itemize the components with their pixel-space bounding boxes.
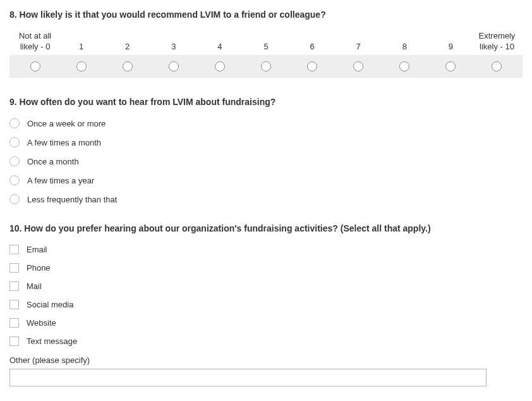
frequency-option-label: Once a month [27, 157, 79, 166]
frequency-option-label: Less frequently than that [27, 195, 117, 204]
nps-radio-6[interactable] [307, 61, 317, 71]
channel-checkbox-list: Email Phone Mail Social media Website Te… [9, 245, 523, 346]
frequency-radio-list: Once a week or more A few times a month … [9, 118, 523, 204]
nps-radio-5[interactable] [261, 61, 271, 71]
checkbox-icon [9, 245, 19, 254]
frequency-option-weekly[interactable]: Once a week or more [9, 118, 523, 128]
frequency-option-less[interactable]: Less frequently than that [9, 194, 523, 204]
nps-radio-0[interactable] [30, 61, 40, 71]
scale-label-2: 2 [104, 31, 150, 52]
nps-radio-3[interactable] [169, 61, 179, 71]
frequency-option-label: Once a week or more [27, 119, 106, 128]
nps-radio-9[interactable] [445, 61, 456, 71]
question-9: 9. How often do you want to hear from LV… [9, 97, 523, 204]
channel-option-label: Email [27, 245, 47, 254]
frequency-option-monthly[interactable]: Once a month [9, 156, 523, 166]
radio-icon [9, 194, 20, 204]
radio-icon [9, 118, 20, 128]
checkbox-icon [9, 263, 19, 273]
scale-label-10: Extremely likely - 10 [474, 31, 520, 52]
other-specify-label: Other (please specify) [9, 355, 523, 365]
channel-option-label: Mail [27, 281, 42, 291]
nps-radio-4[interactable] [215, 61, 225, 71]
scale-label-1: 1 [58, 31, 104, 52]
frequency-option-label: A few times a year [27, 176, 94, 185]
scale-label-4: 4 [196, 31, 243, 52]
frequency-option-label: A few times a month [27, 138, 101, 147]
scale-label-6: 6 [289, 31, 336, 52]
channel-option-label: Social media [27, 300, 73, 309]
question-9-title: 9. How often do you want to hear from LV… [9, 97, 523, 107]
frequency-option-few-year[interactable]: A few times a year [9, 175, 523, 185]
nps-scale-labels: Not at all likely - 0 1 2 3 4 5 6 7 8 9 … [9, 31, 523, 52]
nps-radio-10[interactable] [492, 61, 502, 71]
channel-option-social-media[interactable]: Social media [9, 300, 523, 309]
channel-option-label: Phone [27, 263, 51, 273]
scale-label-5: 5 [243, 31, 289, 52]
question-8-title: 8. How likely is it that you would recom… [9, 9, 523, 20]
checkbox-icon [9, 300, 19, 309]
channel-option-email[interactable]: Email [9, 245, 523, 254]
nps-radio-7[interactable] [353, 61, 363, 71]
radio-icon [9, 137, 20, 147]
nps-radio-2[interactable] [123, 61, 133, 71]
frequency-option-few-month[interactable]: A few times a month [9, 137, 523, 147]
scale-label-0: Not at all likely - 0 [12, 31, 58, 52]
checkbox-icon [9, 281, 19, 291]
scale-label-3: 3 [150, 31, 196, 52]
radio-icon [9, 175, 20, 185]
radio-icon [9, 156, 20, 166]
scale-label-8: 8 [382, 31, 428, 52]
channel-option-label: Text message [27, 336, 77, 346]
channel-option-mail[interactable]: Mail [9, 281, 523, 291]
channel-option-phone[interactable]: Phone [9, 263, 523, 273]
nps-radio-8[interactable] [399, 61, 409, 71]
channel-option-website[interactable]: Website [9, 318, 523, 328]
checkbox-icon [9, 318, 19, 328]
channel-option-label: Website [27, 318, 56, 328]
nps-radio-1[interactable] [76, 61, 87, 71]
scale-label-7: 7 [336, 31, 382, 52]
nps-scale: Not at all likely - 0 1 2 3 4 5 6 7 8 9 … [9, 31, 523, 78]
checkbox-icon [9, 336, 19, 346]
question-8: 8. How likely is it that you would recom… [9, 9, 523, 78]
scale-label-9: 9 [428, 31, 474, 52]
nps-scale-radios [9, 55, 523, 78]
channel-option-text-message[interactable]: Text message [9, 336, 523, 346]
question-10-title: 10. How do you prefer hearing about our … [9, 223, 523, 233]
question-10: 10. How do you prefer hearing about our … [9, 223, 523, 386]
other-specify-input[interactable] [9, 369, 487, 386]
